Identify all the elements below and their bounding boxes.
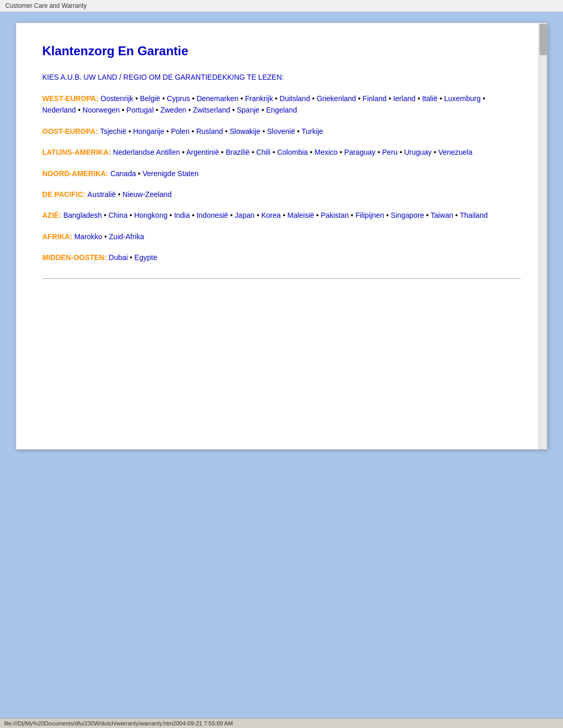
region-countries-de-pacific: Australië • Nieuw-Zeeland: [88, 190, 172, 199]
country-link-korea[interactable]: Korea: [261, 211, 280, 219]
region-label-azie: AZIË:: [42, 211, 63, 219]
country-link-taiwan[interactable]: Taiwan: [431, 211, 454, 219]
country-link-zwitserland[interactable]: Zwitserland: [193, 106, 230, 114]
region-label-west-europa: WEST-EUROPA:: [42, 94, 101, 103]
country-link-mexico[interactable]: Mexico: [314, 148, 337, 156]
country-link-nederland[interactable]: Nederland: [42, 106, 76, 114]
country-link-noorwegen[interactable]: Noorwegen: [82, 106, 120, 114]
country-link-rusland[interactable]: Rusland: [196, 127, 223, 135]
region-west-europa: WEST-EUROPA: Oostenrijk • België • Cypru…: [42, 93, 521, 116]
region-latijns-amerika: LATIJNS-AMERIKA: Nederlandse Antillen • …: [42, 146, 521, 158]
region-countries-noord-amerika: Canada • Verenigde Staten: [111, 169, 199, 178]
title-bar: Customer Care and Warranty: [0, 0, 563, 12]
country-link-hongkong[interactable]: Hongkong: [134, 211, 167, 219]
separator: [42, 278, 521, 279]
region-noord-amerika: NOORD-AMERIKA: Canada • Verenigde Staten: [42, 168, 521, 179]
country-link-canada[interactable]: Canada: [111, 169, 136, 178]
country-link-japan[interactable]: Japan: [235, 211, 254, 219]
country-link-colombia[interactable]: Colombia: [277, 148, 308, 156]
country-link-australi[interactable]: Australië: [88, 190, 116, 199]
country-link-uruguay[interactable]: Uruguay: [404, 148, 432, 156]
country-link-marokko[interactable]: Marokko: [74, 232, 102, 241]
country-link-dubai[interactable]: Dubai: [109, 253, 128, 262]
region-de-pacific: DE PACIFIC: Australië • Nieuw-Zeeland: [42, 189, 521, 200]
country-link-nieuw-zeeland[interactable]: Nieuw-Zeeland: [123, 190, 172, 199]
country-link-duitsland[interactable]: Duitsland: [279, 94, 310, 103]
region-label-noord-amerika: NOORD-AMERIKA:: [42, 169, 111, 178]
region-countries-oost-europa: Tsjechië • Hongarije • Polen • Rusland •…: [100, 127, 323, 135]
status-bar-text: file:///D|/My%20Documents/dfu/230W/dutch…: [4, 720, 233, 726]
country-link-egypte[interactable]: Egypte: [134, 253, 157, 262]
region-label-midden-oosten: MIDDEN-OOSTEN:: [42, 253, 109, 262]
country-link-engeland[interactable]: Engeland: [266, 106, 297, 114]
regions-container: WEST-EUROPA: Oostenrijk • België • Cypru…: [42, 93, 521, 264]
country-link-finland[interactable]: Finland: [363, 94, 387, 103]
region-countries-midden-oosten: Dubai • Egypte: [109, 253, 157, 262]
region-countries-west-europa: Oostenrijk • België • Cyprus • Denemarke…: [42, 94, 485, 114]
country-link-sloveni[interactable]: Slovenië: [267, 127, 295, 135]
country-link-paraguay[interactable]: Paraguay: [344, 148, 375, 156]
region-afrika: AFRIKA: Marokko • Zuid-Afrika: [42, 231, 521, 242]
country-link-chili[interactable]: Chili: [256, 148, 271, 156]
country-link-portugal[interactable]: Portugal: [127, 106, 154, 114]
country-link-oostenrijk[interactable]: Oostenrijk: [101, 94, 133, 103]
country-link-argentini[interactable]: Argentinië: [186, 148, 219, 156]
country-link-verenigde-staten[interactable]: Verenigde Staten: [142, 169, 198, 178]
country-link-luxemburg[interactable]: Luxemburg: [444, 94, 481, 103]
country-link-thailand[interactable]: Thailand: [460, 211, 488, 219]
country-link-india[interactable]: India: [174, 211, 190, 219]
region-azie: AZIË: Bangladesh • China • Hongkong • In…: [42, 209, 521, 221]
title-bar-text: Customer Care and Warranty: [5, 2, 87, 9]
country-link-indonesi[interactable]: Indonesië: [197, 211, 228, 219]
country-link-brazili[interactable]: Brazilië: [226, 148, 250, 156]
region-label-de-pacific: DE PACIFIC:: [42, 190, 88, 199]
country-link-hongarije[interactable]: Hongarije: [133, 127, 164, 135]
region-countries-azie: Bangladesh • China • Hongkong • India • …: [63, 211, 487, 219]
country-link-ierland[interactable]: Ierland: [393, 94, 415, 103]
country-link-singapore[interactable]: Singapore: [391, 211, 424, 219]
country-link-bangladesh[interactable]: Bangladesh: [63, 211, 102, 219]
country-link-cyprus[interactable]: Cyprus: [167, 94, 190, 103]
region-midden-oosten: MIDDEN-OOSTEN: Dubai • Egypte: [42, 252, 521, 263]
scrollbar-thumb[interactable]: [540, 24, 547, 55]
country-link-nederlandse-antillen[interactable]: Nederlandse Antillen: [113, 148, 180, 156]
page-title: Klantenzorg En Garantie: [42, 44, 521, 58]
country-link-peru[interactable]: Peru: [382, 148, 398, 156]
country-link-turkije[interactable]: Turkije: [301, 127, 323, 135]
page-subtitle: KIES A.U.B. UW LAND / REGIO OM DE GARANT…: [42, 73, 521, 81]
country-link-polen[interactable]: Polen: [171, 127, 190, 135]
region-countries-latijns-amerika: Nederlandse Antillen • Argentinië • Braz…: [113, 148, 472, 156]
country-link-belgi[interactable]: België: [140, 94, 160, 103]
status-bar: file:///D|/My%20Documents/dfu/230W/dutch…: [0, 718, 563, 728]
region-oost-europa: OOST-EUROPA: Tsjechië • Hongarije • Pole…: [42, 126, 521, 137]
country-link-tsjechi[interactable]: Tsjechië: [100, 127, 127, 135]
region-label-afrika: AFRIKA:: [42, 232, 74, 241]
browser-window: Klantenzorg En Garantie KIES A.U.B. UW L…: [16, 22, 547, 450]
country-link-maleisi[interactable]: Maleisië: [287, 211, 314, 219]
scrollbar[interactable]: [538, 23, 547, 449]
region-countries-afrika: Marokko • Zuid-Afrika: [74, 232, 144, 241]
country-link-zweden[interactable]: Zweden: [160, 106, 186, 114]
country-link-venezuela[interactable]: Venezuela: [438, 148, 472, 156]
country-link-itali[interactable]: Italië: [422, 94, 438, 103]
country-link-pakistan[interactable]: Pakistan: [321, 211, 349, 219]
country-link-zuid-afrika[interactable]: Zuid-Afrika: [109, 232, 144, 241]
country-link-spanje[interactable]: Spanje: [237, 106, 260, 114]
country-link-china[interactable]: China: [108, 211, 128, 219]
country-link-slowakije[interactable]: Slowakije: [229, 127, 260, 135]
country-link-griekenland[interactable]: Griekenland: [316, 94, 356, 103]
region-label-latijns-amerika: LATIJNS-AMERIKA:: [42, 148, 113, 156]
country-link-frankrijk[interactable]: Frankrijk: [245, 94, 273, 103]
country-link-denemarken[interactable]: Denemarken: [197, 94, 238, 103]
region-label-oost-europa: OOST-EUROPA:: [42, 127, 100, 135]
country-link-filipijnen[interactable]: Filipijnen: [356, 211, 384, 219]
